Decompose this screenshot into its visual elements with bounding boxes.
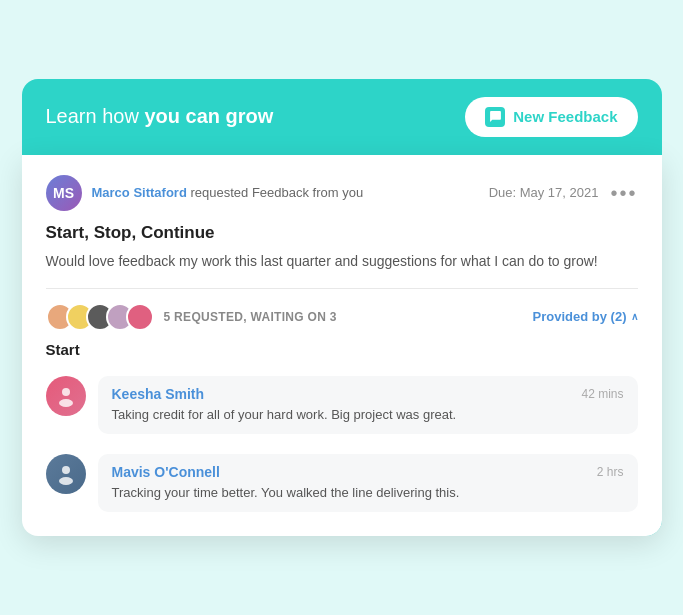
- request-text: requested Feedback from you: [190, 185, 363, 200]
- feedback-content-1: Keesha Smith 42 mins Taking credit for a…: [98, 376, 638, 434]
- svg-point-0: [62, 388, 70, 396]
- feedback-top-1: Keesha Smith 42 mins: [112, 386, 624, 402]
- due-date-area: Due: May 17, 2021 •••: [489, 183, 638, 203]
- feedback-text-2: Tracking your time better. You walked th…: [112, 484, 624, 502]
- more-options-button[interactable]: •••: [610, 183, 637, 203]
- feedback-item-2: Mavis O'Connell 2 hrs Tracking your time…: [22, 444, 662, 536]
- svg-point-1: [59, 399, 73, 407]
- requested-count: 5 REQUSTED, WAITING ON 3: [164, 310, 337, 324]
- feedback-text-1: Taking credit for all of your hard work.…: [112, 406, 624, 424]
- svg-point-3: [59, 477, 73, 485]
- chevron-up-icon: ∧: [631, 311, 638, 322]
- feedback-author-1[interactable]: Keesha Smith: [112, 386, 205, 402]
- feedback-description: Would love feedback my work this last qu…: [46, 251, 638, 272]
- feedback-time-1: 42 mins: [581, 387, 623, 401]
- avatars-status: 5 REQUSTED, WAITING ON 3: [46, 303, 337, 331]
- requester-info: MS Marco Sittaford requested Feedback fr…: [46, 175, 364, 211]
- request-section: MS Marco Sittaford requested Feedback fr…: [22, 155, 662, 288]
- avatar-marco: MS: [46, 175, 82, 211]
- chat-icon: [485, 107, 505, 127]
- feedback-item-1: Keesha Smith 42 mins Taking credit for a…: [22, 366, 662, 444]
- main-card: MS Marco Sittaford requested Feedback fr…: [22, 155, 662, 536]
- request-meta: Marco Sittaford requested Feedback from …: [92, 185, 364, 200]
- request-header: MS Marco Sittaford requested Feedback fr…: [46, 175, 638, 211]
- avatar-mavis: [46, 454, 86, 494]
- new-feedback-label: New Feedback: [513, 108, 617, 125]
- provided-by-button[interactable]: Provided by (2) ∧: [533, 309, 638, 324]
- feedback-top-2: Mavis O'Connell 2 hrs: [112, 464, 624, 480]
- feedback-author-2[interactable]: Mavis O'Connell: [112, 464, 220, 480]
- section-label: Start: [22, 331, 662, 366]
- avatar-keesha: [46, 376, 86, 416]
- feedback-content-2: Mavis O'Connell 2 hrs Tracking your time…: [98, 454, 638, 512]
- feedback-title: Start, Stop, Continue: [46, 223, 638, 243]
- learn-bold: you can grow: [144, 105, 273, 127]
- feedback-time-2: 2 hrs: [597, 465, 624, 479]
- header-banner: Learn how you can grow New Feedback: [22, 79, 662, 155]
- avatar-small-5: [126, 303, 154, 331]
- provided-by-label: Provided by (2): [533, 309, 627, 324]
- due-date: Due: May 17, 2021: [489, 185, 599, 200]
- header-text: Learn how you can grow: [46, 105, 274, 128]
- svg-point-2: [62, 466, 70, 474]
- learn-prefix: Learn how: [46, 105, 145, 127]
- app-container: Learn how you can grow New Feedback MS M…: [22, 79, 662, 536]
- avatars-group: [46, 303, 154, 331]
- new-feedback-button[interactable]: New Feedback: [465, 97, 637, 137]
- requester-name[interactable]: Marco Sittaford: [92, 185, 187, 200]
- status-section: 5 REQUSTED, WAITING ON 3 Provided by (2)…: [22, 289, 662, 331]
